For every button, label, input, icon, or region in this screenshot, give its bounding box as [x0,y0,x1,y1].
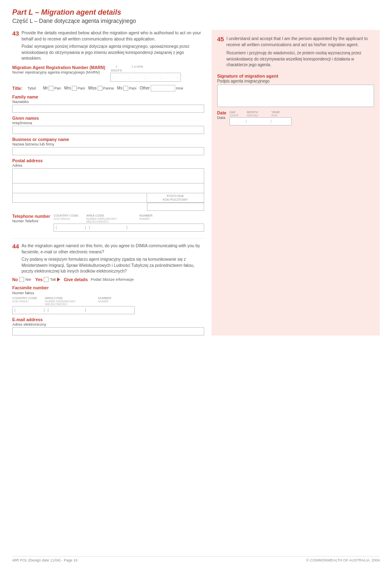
family-name-label-en: Family name [12,94,38,99]
email-label-pl: Adres elektroniczny [12,322,204,326]
business-name-label-en: Business or company name [12,137,69,142]
postal-input-2[interactable] [12,183,204,193]
title-label-en: Title: [12,86,22,91]
no-label-en: No [12,277,18,282]
title-ms: Ms Pani [117,86,136,91]
fax-input[interactable]: ( ) ( ) [12,306,135,314]
title-miss: Miss Panna [88,86,114,91]
page: Part L – Migration agent details Część L… [0,0,392,568]
section-44-text-en: As the migration agent named on this for… [22,243,204,255]
right-column: 45 I understand and accept that I am the… [212,30,380,335]
give-details-en: Give details [64,277,88,282]
tel-cc-pl: KOD KRAJU [53,217,86,220]
title-mrs-checkbox[interactable] [72,86,77,91]
marn-row: Migration Agent Registration Number (MAR… [12,65,204,82]
signature-label-pl: Podpis agenta imigracyjnego [217,79,374,83]
section-45-text-en: I understand and accept that I am the pe… [226,36,374,48]
postal-label-en: Postal address [12,158,43,163]
header-title: Part L – Migration agent details [12,8,380,17]
section-44: 44 As the migration agent named on this … [12,238,204,335]
arrow-icon [57,277,60,282]
email-input[interactable] [12,327,204,335]
postal-input-1[interactable] [12,168,204,183]
no-checkbox[interactable] [19,277,24,282]
fax-ac-pl: NUMER KIERUNKOWY MIEJSCOWOŚCI [45,300,98,306]
given-names-label-pl: Imię/imiona [12,121,204,125]
tel-ac-pl: NUMER KIERUNKOWY MIEJSCOWOŚCI [86,217,139,223]
yes-label-en: Yes [35,277,42,282]
family-name-input[interactable] [12,105,204,113]
telephone-input[interactable]: ( ) ( ) [53,224,204,232]
no-label-pl: Nie [25,277,31,282]
postcode-input[interactable] [147,203,204,211]
email-label-en: E-mail address [12,317,43,322]
tel-num-en: NUMBER [139,214,176,217]
title-row: Title: Tytuł: Mr Pan Mrs Pani Miss [12,85,204,92]
footer-left: 48R POL (Design date 11/04) - Page 16 [12,558,78,562]
postal-address-block: Postal address Adres POSTCODE KOD POCZTO… [12,158,204,211]
title-miss-checkbox[interactable] [98,86,102,91]
yes-label-pl: Tak [50,277,56,282]
fax-label-pl: Numer faksu [12,291,34,295]
postcode-label-en: POSTCODE [167,194,184,198]
fax-cc-pl: KOD KRAJU [12,300,45,303]
footer: 48R POL (Design date 11/04) - Page 16 © … [12,556,380,562]
title-other-input[interactable] [151,85,175,92]
section-44-text-pl: Czy podany w niniejszym formularzu agent… [22,257,204,275]
section-43-text-pl: Podać wymagane poniżej informacje dotycz… [22,44,204,62]
section-43-text-en: Provide the details requested below abou… [22,30,204,42]
signature-label-en: Signature of migration agent [217,73,374,79]
given-names-input[interactable] [12,126,204,134]
date-label-en: Date [217,110,227,115]
postcode-area: POSTCODE KOD POCZTOWY [147,193,204,202]
family-name-label-pl: Nazwisko [12,99,204,104]
telephone-label-en: Telephone number [12,214,50,219]
telephone-label-pl: Numer Telefoni [12,219,50,223]
marn-input-field[interactable]: : : : : : [110,73,181,82]
fax-block: Facsimile number Numer faksu COUNTRY COD… [12,285,204,314]
marn-digits-pl: 7 CYFR [131,65,144,72]
tel-ac-en: AREA CODE [86,214,139,217]
fax-cc-en: COUNTRY CODE [12,296,45,300]
email-row: E-mail address Adres elektroniczny [12,317,204,335]
section-45-text-pl: Rozumiem i przyjmuję do wiadomości, że j… [226,50,374,68]
day-pl: DZIEŃ [229,114,247,117]
section-43: 43 Provide the details requested below a… [12,30,204,232]
marn-input-area: 7 DIGITS 7 CYFR : : : : : [110,65,181,82]
business-name-label-pl: Nazwa biznesu lub firmy [12,142,204,146]
date-label-pl: Data [217,115,227,120]
date-row: Date Data DAY DZIEŃ MONTH MIESIĄC [217,110,374,125]
tel-cc-en: COUNTRY CODE [53,214,86,217]
title-mr-checkbox[interactable] [49,86,53,91]
day-en: DAY [229,110,247,114]
tel-num-pl: NUMER [139,217,176,220]
no-item: No Nie [12,277,31,282]
no-yes-row: No Nie Yes Tak Give details Podać bliższ… [12,277,204,282]
family-name-row: Family name Nazwisko [12,94,204,113]
fax-ac-en: AREA CODE [45,296,98,300]
title-ms-checkbox[interactable] [123,86,128,91]
postal-postcode-row: POSTCODE KOD POCZTOWY [12,193,204,203]
marn-label-en: Migration Agent Registration Number (MAR… [12,65,105,70]
header-subtitle: Część L – Dane dotyczące agenta imigracy… [12,18,380,24]
given-names-row: Given names Imię/imiona [12,116,204,134]
section-44-number: 44 [12,243,19,250]
fax-num-en: NUMBER [98,296,135,300]
date-input[interactable]: / / [229,117,292,125]
telephone-block: Telephone number Numer Telefoni COUNTRY … [12,214,204,232]
fax-label-en: Facsimile number [12,285,49,290]
yes-item: Yes Tak Give details Podać bliższe infor… [35,277,134,282]
given-names-label-en: Given names [12,116,39,121]
signature-box[interactable] [217,85,374,107]
marn-digits-en: 7 DIGITS [110,65,123,72]
postal-label-pl: Adres [12,163,204,168]
yes-checkbox[interactable] [44,277,49,282]
give-details-pl: Podać bliższe informacje [91,277,134,282]
title-mrs: Mrs Pani [64,86,85,91]
business-name-input[interactable] [12,147,204,155]
month-pl: MIESIĄC [247,114,271,117]
signature-block: Signature of migration agent Podpis agen… [217,73,374,107]
left-column: 43 Provide the details requested below a… [12,30,204,335]
section-43-number: 43 [12,30,19,37]
year-en: YEAR [271,110,292,114]
